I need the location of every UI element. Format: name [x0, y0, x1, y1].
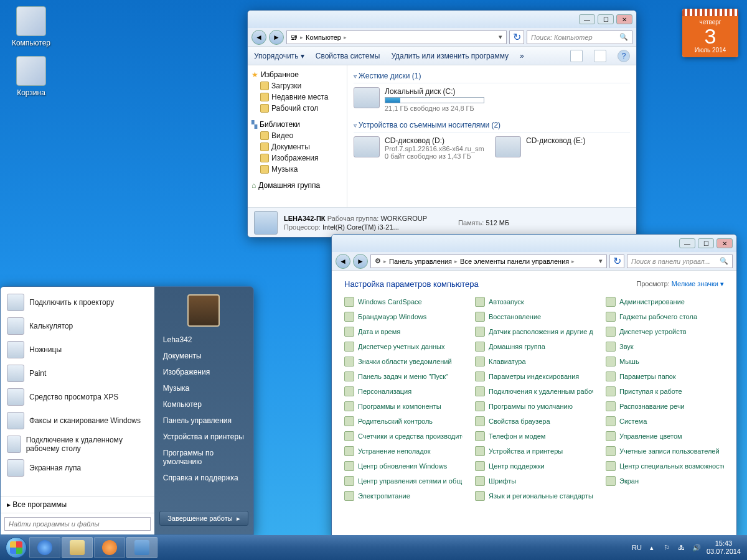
start-program-item[interactable]: Подключение к удаленному рабочему столу: [3, 432, 152, 456]
cp-item[interactable]: Устройства и принтеры: [475, 446, 593, 457]
all-programs-button[interactable]: ▸ Все программы: [1, 496, 154, 513]
nav-item-downloads[interactable]: Загрузки: [250, 80, 344, 91]
view-mode-dropdown[interactable]: Мелкие значки ▾: [672, 280, 724, 287]
nav-favorites[interactable]: ★Избранное: [250, 69, 344, 80]
cp-item[interactable]: Датчик расположения и другие дат...: [475, 326, 593, 337]
forward-button[interactable]: ►: [353, 254, 368, 269]
cp-item[interactable]: Учетные записи пользователей: [606, 446, 724, 457]
cp-item[interactable]: Автозапуск: [475, 296, 593, 307]
close-button[interactable]: ✕: [616, 14, 632, 24]
cp-item[interactable]: Восстановление: [475, 311, 593, 322]
cp-item[interactable]: Центр поддержки: [475, 460, 593, 472]
address-bar[interactable]: ⚙ ▸ Панель управления ▸ Все элементы пан…: [370, 254, 607, 268]
cp-item[interactable]: Администрирование: [606, 296, 724, 307]
nav-libraries[interactable]: ▚Библиотеки: [250, 119, 344, 130]
address-bar[interactable]: 🖳 ▸ Компьютер ▸ ▾: [286, 30, 507, 44]
start-right-item[interactable]: Изображения: [154, 364, 253, 380]
section-header-removable[interactable]: Устройства со съемными носителями (2): [354, 118, 630, 133]
cp-item[interactable]: Персонализация: [344, 386, 463, 397]
start-right-item[interactable]: Справка и поддержка: [154, 470, 253, 486]
cp-item[interactable]: Свойства браузера: [475, 416, 593, 427]
user-name-link[interactable]: Leha342: [154, 332, 253, 348]
cp-item[interactable]: Центр управления сетями и общи...: [344, 475, 463, 487]
cp-item[interactable]: Электропитание: [344, 490, 463, 502]
view-mode-button[interactable]: [570, 50, 583, 62]
start-program-item[interactable]: Paint: [3, 362, 152, 385]
start-right-item[interactable]: Компьютер: [154, 396, 253, 413]
start-search-input[interactable]: [4, 517, 151, 531]
forward-button[interactable]: ►: [269, 30, 284, 45]
breadcrumb-item[interactable]: Все элементы панели управления: [460, 258, 569, 265]
network-icon[interactable]: 🖧: [677, 543, 687, 553]
cp-item[interactable]: Распознавание речи: [606, 401, 724, 412]
section-header-hdd[interactable]: Жесткие диски (1): [354, 69, 630, 83]
cp-item[interactable]: Центр специальных возможностей: [606, 460, 724, 472]
cp-item[interactable]: Параметры папок: [606, 371, 724, 382]
maximize-button[interactable]: ☐: [698, 238, 714, 248]
window-titlebar[interactable]: — ☐ ✕: [248, 11, 636, 28]
cp-item[interactable]: Телефон и модем: [475, 431, 593, 442]
window-titlebar[interactable]: — ☐ ✕: [332, 235, 736, 252]
start-right-item[interactable]: Программы по умолчанию: [154, 445, 253, 470]
cp-item[interactable]: Мышь: [606, 356, 724, 367]
start-program-item[interactable]: Экранная лупа: [3, 456, 152, 480]
cp-item[interactable]: Параметры индексирования: [475, 371, 593, 382]
taskbar-clock[interactable]: 15:43 03.07.2014: [707, 539, 741, 556]
close-button[interactable]: ✕: [716, 238, 733, 248]
start-program-item[interactable]: Факсы и сканирование Windows: [3, 409, 152, 432]
refresh-button[interactable]: ↻: [509, 30, 524, 44]
nav-item-videos[interactable]: Видео: [250, 130, 344, 141]
help-button[interactable]: ?: [618, 50, 630, 62]
cp-item[interactable]: Значки области уведомлений: [344, 356, 463, 367]
organize-menu[interactable]: Упорядочить ▾: [254, 52, 304, 60]
shutdown-button[interactable]: Завершение работы ▸: [159, 511, 248, 526]
search-input[interactable]: Поиск: Компьютер 🔍: [527, 30, 632, 44]
cp-item[interactable]: Экран: [606, 475, 724, 487]
language-indicator[interactable]: RU: [632, 544, 642, 551]
cp-item[interactable]: Панель задач и меню "Пуск": [344, 371, 463, 382]
start-right-item[interactable]: Панель управления: [154, 413, 253, 429]
uninstall-button[interactable]: Удалить или изменить программу: [391, 52, 509, 60]
cp-item[interactable]: Диспетчер учетных данных: [344, 341, 463, 352]
breadcrumb-item[interactable]: Компьютер: [306, 34, 341, 41]
desktop-icon-computer[interactable]: Компьютер: [7, 6, 55, 47]
cp-item[interactable]: Домашняя группа: [475, 341, 593, 352]
preview-pane-button[interactable]: [594, 50, 606, 62]
cp-item[interactable]: Устранение неполадок: [344, 446, 463, 457]
nav-item-documents[interactable]: Документы: [250, 141, 344, 152]
cp-item[interactable]: Подключения к удаленным рабоч...: [475, 386, 593, 397]
cp-item[interactable]: Windows CardSpace: [344, 296, 463, 307]
user-avatar[interactable]: [187, 294, 220, 327]
calendar-gadget[interactable]: четверг 3 Июль 2014: [682, 9, 738, 57]
volume-icon[interactable]: 🔊: [692, 543, 702, 553]
cp-item[interactable]: Система: [606, 416, 724, 427]
nav-item-pictures[interactable]: Изображения: [250, 152, 344, 164]
breadcrumb-item[interactable]: Панель управления: [389, 258, 452, 265]
drive-d[interactable]: CD-дисковод (D:) Prof.7.sp1.22616.x86-x6…: [354, 136, 489, 160]
start-program-item[interactable]: Подключить к проектору: [3, 291, 152, 314]
cp-item[interactable]: Язык и региональные стандарты: [475, 490, 593, 502]
search-icon[interactable]: 🔍: [619, 33, 628, 41]
back-button[interactable]: ◄: [251, 30, 266, 45]
cp-item[interactable]: Счетчики и средства производите...: [344, 431, 463, 442]
toolbar-overflow[interactable]: »: [520, 52, 524, 60]
cp-item[interactable]: Приступая к работе: [606, 386, 724, 397]
desktop-icon-recycle[interactable]: Корзина: [7, 56, 55, 97]
nav-item-music[interactable]: Музыка: [250, 164, 344, 175]
taskbar-item-explorer[interactable]: [62, 537, 93, 558]
start-right-item[interactable]: Документы: [154, 348, 253, 364]
search-input[interactable]: Поиск в панели управл... 🔍: [627, 254, 733, 268]
taskbar-item-control-panel[interactable]: [126, 537, 157, 558]
search-icon[interactable]: 🔍: [720, 257, 728, 265]
cp-item[interactable]: Дата и время: [344, 326, 463, 337]
back-button[interactable]: ◄: [336, 254, 350, 269]
cp-item[interactable]: Родительский контроль: [344, 416, 463, 427]
nav-item-desktop[interactable]: Рабочий стол: [250, 103, 344, 114]
maximize-button[interactable]: ☐: [598, 14, 614, 24]
refresh-button[interactable]: ↻: [609, 254, 624, 268]
minimize-button[interactable]: —: [679, 238, 695, 248]
cp-item[interactable]: Гаджеты рабочего стола: [606, 311, 724, 322]
cp-item[interactable]: Звук: [606, 341, 724, 352]
drive-c[interactable]: Локальный диск (C:) 21,1 ГБ свободно из …: [354, 87, 491, 112]
nav-item-recent[interactable]: Недавние места: [250, 91, 344, 103]
